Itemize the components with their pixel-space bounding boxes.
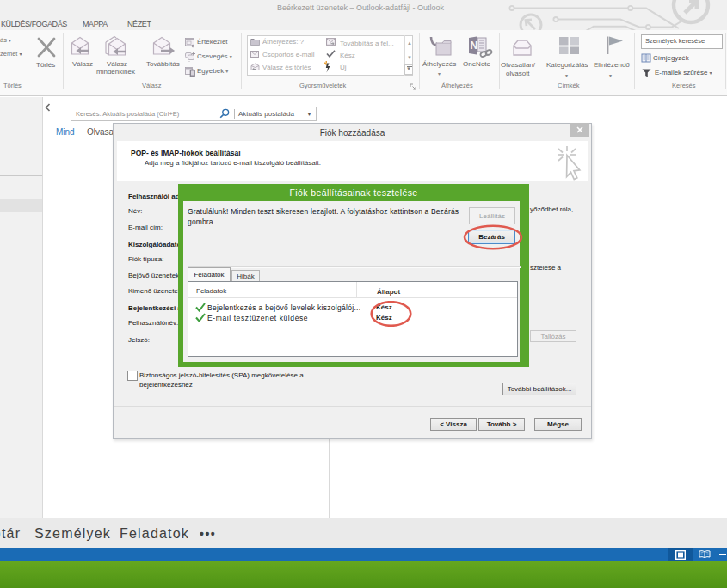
svg-text:N: N (470, 40, 477, 52)
